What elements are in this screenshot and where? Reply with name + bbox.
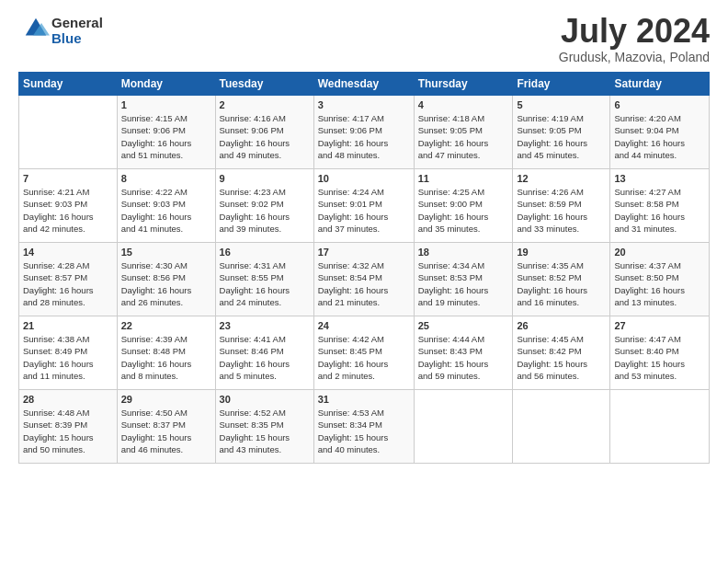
title-block: July 2024 Grudusk, Mazovia, Poland [559,15,710,64]
calendar-cell: 5Sunrise: 4:19 AMSunset: 9:05 PMDaylight… [513,96,610,169]
header-wednesday: Wednesday [313,73,414,96]
calendar-cell: 1Sunrise: 4:15 AMSunset: 9:06 PMDaylight… [117,96,215,169]
day-info: Sunrise: 4:41 AMSunset: 8:46 PMDaylight:… [220,333,310,382]
day-number: 10 [318,173,410,184]
day-info: Sunrise: 4:38 AMSunset: 8:49 PMDaylight:… [23,333,113,382]
day-number: 17 [318,247,410,258]
header-monday: Monday [117,73,215,96]
calendar-cell: 12Sunrise: 4:26 AMSunset: 8:59 PMDayligh… [513,169,610,243]
day-number: 23 [220,320,310,331]
calendar-week-4: 28Sunrise: 4:48 AMSunset: 8:39 PMDayligh… [19,390,710,464]
day-number: 20 [614,247,705,258]
day-info: Sunrise: 4:21 AMSunset: 9:03 PMDaylight:… [23,186,113,235]
calendar-cell: 13Sunrise: 4:27 AMSunset: 8:58 PMDayligh… [610,169,710,243]
day-number: 2 [220,99,310,110]
day-info: Sunrise: 4:47 AMSunset: 8:40 PMDaylight:… [614,333,705,382]
day-number: 15 [121,247,211,258]
calendar-cell: 24Sunrise: 4:42 AMSunset: 8:45 PMDayligh… [313,316,414,390]
day-info: Sunrise: 4:25 AMSunset: 9:00 PMDaylight:… [418,186,509,235]
calendar-cell: 20Sunrise: 4:37 AMSunset: 8:50 PMDayligh… [610,243,710,316]
day-number: 30 [220,394,310,405]
location: Grudusk, Mazovia, Poland [559,50,710,64]
day-number: 18 [418,247,509,258]
calendar-cell: 8Sunrise: 4:22 AMSunset: 9:03 PMDaylight… [117,169,215,243]
day-number: 14 [23,247,113,258]
day-number: 22 [121,320,211,331]
header-sunday: Sunday [19,73,118,96]
day-info: Sunrise: 4:17 AMSunset: 9:06 PMDaylight:… [318,112,410,161]
day-info: Sunrise: 4:19 AMSunset: 9:05 PMDaylight:… [517,112,606,161]
day-number: 7 [23,173,113,184]
day-info: Sunrise: 4:39 AMSunset: 8:48 PMDaylight:… [121,333,211,382]
logo-blue-text: Blue [51,30,103,46]
day-info: Sunrise: 4:16 AMSunset: 9:06 PMDaylight:… [220,112,310,161]
day-number: 25 [418,320,509,331]
day-info: Sunrise: 4:52 AMSunset: 8:35 PMDaylight:… [220,407,310,455]
calendar-cell [610,390,710,464]
calendar-cell [414,390,513,464]
day-number: 27 [614,320,705,331]
header-friday: Friday [513,73,610,96]
month-title: July 2024 [559,15,710,48]
calendar-cell: 30Sunrise: 4:52 AMSunset: 8:35 PMDayligh… [215,390,313,464]
day-number: 16 [220,247,310,258]
day-number: 1 [121,99,211,110]
day-info: Sunrise: 4:37 AMSunset: 8:50 PMDaylight:… [614,259,705,308]
page: General Blue July 2024 Grudusk, Mazovia,… [0,0,728,563]
calendar-cell: 9Sunrise: 4:23 AMSunset: 9:02 PMDaylight… [215,169,313,243]
day-info: Sunrise: 4:18 AMSunset: 9:05 PMDaylight:… [418,112,509,161]
day-number: 8 [121,173,211,184]
day-number: 12 [517,173,606,184]
header-saturday: Saturday [610,73,710,96]
calendar-cell: 31Sunrise: 4:53 AMSunset: 8:34 PMDayligh… [313,390,414,464]
calendar-cell: 14Sunrise: 4:28 AMSunset: 8:57 PMDayligh… [19,243,118,316]
calendar-week-1: 7Sunrise: 4:21 AMSunset: 9:03 PMDaylight… [19,169,710,243]
calendar-cell: 7Sunrise: 4:21 AMSunset: 9:03 PMDaylight… [19,169,118,243]
calendar-cell [513,390,610,464]
header: General Blue July 2024 Grudusk, Mazovia,… [18,15,710,64]
calendar-cell: 3Sunrise: 4:17 AMSunset: 9:06 PMDaylight… [313,96,414,169]
calendar-cell [19,96,118,169]
calendar-cell: 15Sunrise: 4:30 AMSunset: 8:56 PMDayligh… [117,243,215,316]
day-number: 9 [220,173,310,184]
day-number: 24 [318,320,410,331]
day-number: 3 [318,99,410,110]
day-number: 26 [517,320,606,331]
day-number: 19 [517,247,606,258]
logo: General Blue [18,15,103,46]
day-info: Sunrise: 4:20 AMSunset: 9:04 PMDaylight:… [614,112,705,161]
day-number: 5 [517,99,606,110]
calendar-cell: 18Sunrise: 4:34 AMSunset: 8:53 PMDayligh… [414,243,513,316]
calendar-cell: 2Sunrise: 4:16 AMSunset: 9:06 PMDaylight… [215,96,313,169]
day-info: Sunrise: 4:48 AMSunset: 8:39 PMDaylight:… [23,407,113,455]
calendar-cell: 16Sunrise: 4:31 AMSunset: 8:55 PMDayligh… [215,243,313,316]
calendar-cell: 11Sunrise: 4:25 AMSunset: 9:00 PMDayligh… [414,169,513,243]
day-info: Sunrise: 4:28 AMSunset: 8:57 PMDaylight:… [23,259,113,308]
day-info: Sunrise: 4:23 AMSunset: 9:02 PMDaylight:… [220,186,310,235]
logo-general-text: General [51,15,103,30]
day-info: Sunrise: 4:15 AMSunset: 9:06 PMDaylight:… [121,112,211,161]
day-number: 29 [121,394,211,405]
day-info: Sunrise: 4:50 AMSunset: 8:37 PMDaylight:… [121,407,211,455]
calendar-cell: 22Sunrise: 4:39 AMSunset: 8:48 PMDayligh… [117,316,215,390]
calendar-cell: 27Sunrise: 4:47 AMSunset: 8:40 PMDayligh… [610,316,710,390]
calendar-week-2: 14Sunrise: 4:28 AMSunset: 8:57 PMDayligh… [19,243,710,316]
calendar-cell: 10Sunrise: 4:24 AMSunset: 9:01 PMDayligh… [313,169,414,243]
calendar-header-row: Sunday Monday Tuesday Wednesday Thursday… [19,73,710,96]
day-number: 31 [318,394,410,405]
day-number: 21 [23,320,113,331]
day-info: Sunrise: 4:45 AMSunset: 8:42 PMDaylight:… [517,333,606,382]
day-info: Sunrise: 4:35 AMSunset: 8:52 PMDaylight:… [517,259,606,308]
calendar-week-0: 1Sunrise: 4:15 AMSunset: 9:06 PMDaylight… [19,96,710,169]
day-number: 4 [418,99,509,110]
calendar-cell: 19Sunrise: 4:35 AMSunset: 8:52 PMDayligh… [513,243,610,316]
day-number: 28 [23,394,113,405]
header-thursday: Thursday [414,73,513,96]
day-info: Sunrise: 4:22 AMSunset: 9:03 PMDaylight:… [121,186,211,235]
day-number: 11 [418,173,509,184]
logo-icon [22,15,50,42]
calendar-cell: 26Sunrise: 4:45 AMSunset: 8:42 PMDayligh… [513,316,610,390]
calendar-week-3: 21Sunrise: 4:38 AMSunset: 8:49 PMDayligh… [19,316,710,390]
day-info: Sunrise: 4:26 AMSunset: 8:59 PMDaylight:… [517,186,606,235]
day-number: 6 [614,99,705,110]
